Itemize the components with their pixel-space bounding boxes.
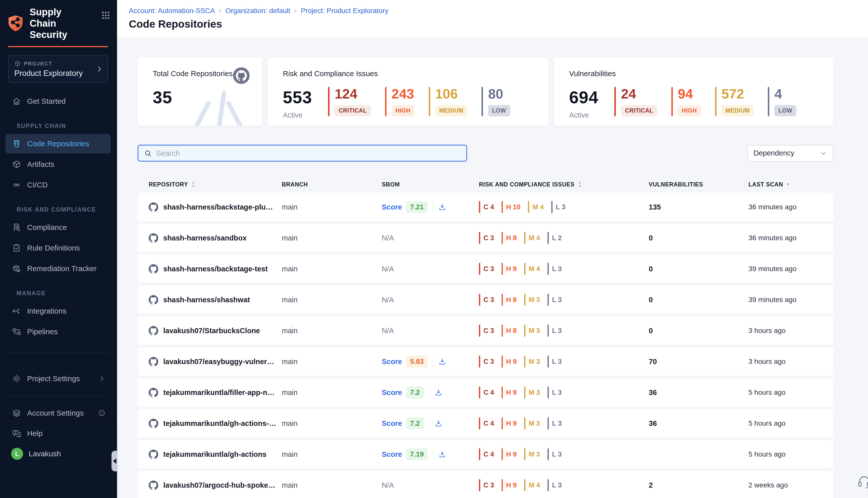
sidebar-item-ci-cd[interactable]: CI/CD [5,175,110,195]
repo-name[interactable]: lavakush07/argocd-hub-spoke-demo [163,481,282,489]
app-logo: Supply Chain Security [0,0,117,46]
last-scan: 5 hours ago [748,450,823,458]
risk-chip-medium: M 3 [524,417,540,429]
table-row[interactable]: tejakummarikuntla/gh-actionsmainScore7.1… [138,440,833,469]
table-row[interactable]: shash-harness/shashwatmainN/AC 3H 8M 3L … [138,286,833,314]
sbom-download-button[interactable] [438,203,446,211]
risk-chip-critical: C 3 [479,479,494,491]
sidebar-collapse-handle[interactable] [111,451,118,471]
severity-badge: CRITICAL [621,105,657,116]
sidebar-item-get-started[interactable]: Get Started [5,91,110,111]
table-body: shash-harness/backstage-pluginsmainScore… [138,193,833,498]
project-selector[interactable]: PROJECT Product Exploratory [8,55,108,83]
repo-name[interactable]: lavakush07/easybuggy-vulnerable-app... [163,357,282,366]
sbom-download-button[interactable] [434,388,443,397]
sidebar-item-compliance[interactable]: Compliance [5,218,110,237]
risk-issues-cell: C 3H 8M 3L 3 [479,294,649,306]
table-row[interactable]: shash-harness/sandboxmainN/AC 3H 8M 4L 2… [138,224,833,252]
risk-bar [502,417,503,429]
app-grid-icon[interactable] [101,11,110,20]
sidebar-item-integrations[interactable]: Integrations [5,301,110,321]
risk-chip-low: L 3 [548,355,562,368]
repo-name[interactable]: shash-harness/backstage-plugins [163,203,282,211]
search-input[interactable] [156,149,461,158]
risk-chip-low: L 3 [548,417,562,429]
risk-bar [548,325,549,337]
repo-name[interactable]: shash-harness/sandbox [163,234,252,242]
repo-name[interactable]: shash-harness/backstage-test [163,265,273,273]
table-row[interactable]: shash-harness/backstage-pluginsmainScore… [138,193,833,221]
risk-chip-low: L 3 [548,294,562,306]
sidebar-item-pipelines[interactable]: Pipelines [5,322,110,341]
severity-badge: HIGH [391,105,415,116]
risk-bar [502,232,503,244]
help-button[interactable]: Help [5,424,110,442]
sbom-download-button[interactable] [438,357,446,366]
repo-name[interactable]: shash-harness/shashwat [163,296,255,304]
column-last-scan[interactable]: LAST SCAN [748,181,823,188]
table-row[interactable]: lavakush07/easybuggy-vulnerable-app...ma… [138,347,833,376]
repo-name[interactable]: tejakummarikuntla/gh-actions [163,450,271,459]
divider [429,418,429,429]
sidebar-item-rule-definitions[interactable]: Rule Definitions [5,238,110,258]
sidebar-item-remediation-tracker[interactable]: Remediation Tracker [5,259,110,278]
repo-name[interactable]: tejakummarikuntla/gh-actions-artifacts [163,419,282,428]
severity-critical: 124CRITICAL [328,87,371,116]
table-row[interactable]: lavakush07/StarbucksClonemainN/AC 3H 8M … [138,316,833,345]
risk-chip-low: L 3 [548,263,562,275]
vulnerabilities-title: Vulnerabilities [569,69,819,78]
severity-bar [614,87,616,116]
risk-bar [528,201,529,213]
repo-name[interactable]: lavakush07/StarbucksClone [163,327,265,335]
risk-bar [479,294,480,306]
breadcrumb-item[interactable]: Project: Product Exploratory [301,7,389,15]
risk-chip-medium: M 4 [528,201,544,213]
dependency-filter-select[interactable]: Dependency [747,145,833,161]
user-menu[interactable]: L Lavakush [11,448,110,460]
repo-name[interactable]: tejakummarikuntla/filler-app-node [163,389,282,397]
github-icon [149,449,158,459]
sbom-score-label: Score [382,389,402,397]
table-row[interactable]: shash-harness/backstage-testmainN/AC 3H … [138,254,833,283]
risk-bar [524,325,525,337]
headset-support-icon[interactable] [857,474,868,488]
table-row[interactable]: tejakummarikuntla/gh-actions-artifactsma… [138,409,833,438]
sort-icon [577,181,583,188]
breadcrumb-item[interactable]: Account: Automation-SSCA [129,7,215,15]
sidebar-item-artifacts[interactable]: Artifacts [5,155,110,174]
summary-cards: Total Code Repositories 35 Risk and Comp… [138,58,868,126]
sbom-na: N/A [382,265,394,273]
nav-section-label: SUPPLY CHAIN [16,122,117,129]
risk-bar [502,263,503,275]
layers-icon [12,408,21,418]
severity-count: 572 [722,87,744,101]
sidebar-item-project-settings[interactable]: Project Settings [5,369,110,389]
sbom-cell: Score7.2 [382,417,479,429]
branch-name: main [282,357,382,366]
help-label: Help [27,429,43,438]
project-label: PROJECT [24,61,52,67]
home-icon [12,97,21,106]
risk-chip-medium: M 3 [524,325,540,337]
table-row[interactable]: tejakummarikuntla/filler-app-nodemainSco… [138,378,833,407]
breadcrumb-item[interactable]: Organization: default [225,7,290,15]
column-branch[interactable]: BRANCH [282,181,382,188]
risk-issues-value: 553 [283,88,312,107]
sidebar-item-code-repositories[interactable]: Code Repositories [5,134,110,154]
gear-icon [12,374,21,383]
column-risk-issues[interactable]: RISK AND COMPLIANCE ISSUES [479,181,649,188]
column-sbom[interactable]: SBOM [382,181,479,188]
column-vulnerabilities[interactable]: VULNERABILITIES [649,181,748,188]
risk-chip-medium: M 4 [524,479,540,491]
column-repository[interactable]: REPOSITORY [149,181,282,188]
sbom-download-button[interactable] [434,419,443,428]
vulnerabilities-count: 2 [649,481,748,489]
table-row[interactable]: lavakush07/argocd-hub-spoke-demomainN/AC… [138,471,833,498]
sbom-download-button[interactable] [438,450,446,459]
divider [433,201,433,213]
sbom-score-label: Score [382,450,402,459]
sbom-cell: N/A [382,234,479,242]
github-icon [149,202,158,212]
github-icon [149,264,158,274]
branch-name: main [282,296,382,304]
